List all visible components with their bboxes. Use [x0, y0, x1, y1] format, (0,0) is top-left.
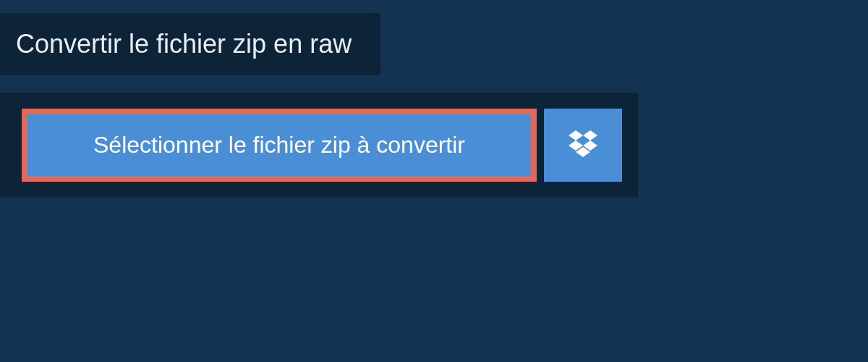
header-tab: Convertir le fichier zip en raw — [0, 13, 380, 75]
upload-panel: Sélectionner le fichier zip à convertir — [0, 93, 638, 198]
select-file-button[interactable]: Sélectionner le fichier zip à convertir — [22, 109, 537, 182]
select-file-label: Sélectionner le fichier zip à convertir — [93, 132, 465, 159]
dropbox-button[interactable] — [544, 109, 622, 182]
page-title: Convertir le fichier zip en raw — [16, 29, 352, 59]
dropbox-icon — [569, 130, 597, 161]
